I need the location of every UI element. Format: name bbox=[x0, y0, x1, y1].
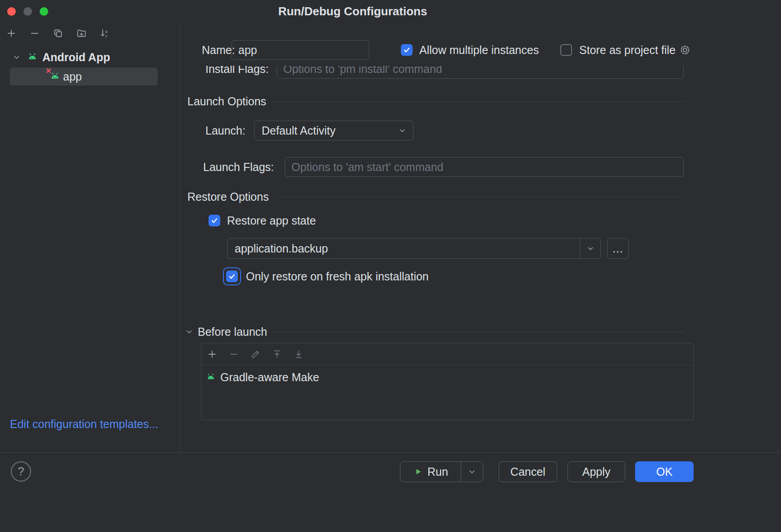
before-launch-panel: Gradle-aware Make bbox=[201, 343, 694, 420]
window-title: Run/Debug Configurations bbox=[0, 0, 705, 23]
configuration-form: Name: Allow multiple instances Store as … bbox=[181, 23, 781, 452]
before-launch-task-row[interactable]: Gradle-aware Make bbox=[201, 365, 693, 389]
cancel-button[interactable]: Cancel bbox=[499, 461, 557, 482]
section-rule bbox=[273, 101, 684, 102]
collapse-chevron-icon[interactable] bbox=[184, 327, 194, 337]
move-task-down-icon[interactable] bbox=[293, 349, 304, 360]
edit-configuration-templates-link[interactable]: Edit configuration templates... bbox=[10, 418, 158, 431]
run-button-label: Run bbox=[427, 465, 448, 478]
remove-task-icon[interactable] bbox=[228, 349, 239, 360]
launch-options-title: Launch Options bbox=[187, 95, 266, 108]
before-launch-section-header: Before launch bbox=[184, 321, 684, 342]
move-task-up-icon[interactable] bbox=[272, 349, 282, 360]
install-flags-input[interactable] bbox=[277, 66, 684, 79]
remove-configuration-icon[interactable] bbox=[29, 28, 40, 39]
backup-file-row: application.backup ... bbox=[181, 238, 781, 259]
configurations-sidebar: a z Android App ✕ bbox=[0, 23, 180, 452]
new-folder-icon[interactable] bbox=[76, 28, 87, 39]
edit-task-icon[interactable] bbox=[250, 349, 261, 360]
run-button[interactable]: Run bbox=[400, 462, 461, 482]
sort-alphabetically-icon[interactable]: a z bbox=[100, 28, 110, 39]
restore-options-section-header: Restore Options bbox=[187, 186, 684, 207]
chevron-down-icon bbox=[391, 126, 413, 135]
launch-row: Launch: Default Activity bbox=[181, 121, 781, 140]
allow-multiple-instances-checkbox[interactable] bbox=[401, 44, 413, 56]
launch-options-section-header: Launch Options bbox=[187, 91, 684, 112]
ok-button[interactable]: OK bbox=[635, 461, 694, 482]
fresh-apk-row: Only restore on fresh apk installation bbox=[181, 266, 781, 287]
before-launch-task-label: Gradle-aware Make bbox=[220, 371, 319, 384]
only-restore-fresh-apk-checkbox[interactable] bbox=[226, 271, 238, 282]
restore-options-title: Restore Options bbox=[187, 190, 269, 203]
name-label: Name: bbox=[202, 40, 235, 60]
add-configuration-icon[interactable] bbox=[6, 28, 17, 39]
focus-ring bbox=[223, 267, 241, 285]
add-task-icon[interactable] bbox=[207, 349, 218, 360]
store-as-project-file-checkbox[interactable] bbox=[560, 44, 572, 56]
error-badge-icon: ✕ bbox=[45, 68, 51, 75]
play-icon bbox=[413, 467, 423, 477]
only-restore-fresh-apk-label: Only restore on fresh apk installation bbox=[246, 266, 429, 287]
scroll-clipped-region: Install Flags: bbox=[181, 66, 781, 79]
title-bar: Run/Debug Configurations bbox=[0, 0, 781, 23]
before-launch-toolbar bbox=[201, 343, 693, 365]
tree-item-app-selected[interactable]: ✕ app bbox=[10, 68, 158, 86]
restore-app-state-row: Restore app state bbox=[181, 212, 781, 230]
restore-app-state-checkbox[interactable] bbox=[209, 215, 220, 226]
store-as-project-file-label: Store as project file bbox=[579, 40, 676, 60]
sidebar-toolbar: a z bbox=[6, 28, 110, 39]
browse-button[interactable]: ... bbox=[607, 238, 629, 259]
apply-button[interactable]: Apply bbox=[568, 461, 625, 482]
tree-item-label: app bbox=[63, 70, 82, 83]
android-icon bbox=[27, 52, 38, 63]
run-options-chevron[interactable] bbox=[461, 462, 483, 482]
backup-file-combobox[interactable]: application.backup bbox=[227, 238, 601, 259]
chevron-down-icon[interactable] bbox=[12, 52, 22, 62]
run-split-button: Run bbox=[400, 461, 483, 482]
help-button[interactable]: ? bbox=[11, 461, 31, 482]
svg-text:z: z bbox=[105, 33, 108, 38]
launch-flags-label: Launch Flags: bbox=[203, 157, 274, 177]
gear-icon[interactable] bbox=[679, 44, 691, 56]
android-config-icon: ✕ bbox=[50, 71, 60, 82]
dialog-footer: ? Run Cancel Apply OK bbox=[0, 453, 781, 532]
backup-file-value: application.backup bbox=[227, 239, 580, 258]
install-flags-label: Install Flags: bbox=[205, 66, 268, 79]
section-rule bbox=[274, 332, 684, 332]
launch-flags-row: Launch Flags: bbox=[181, 157, 781, 177]
tree-group-android-app[interactable]: Android App bbox=[0, 48, 180, 66]
name-row: Name: Allow multiple instances Store as … bbox=[181, 40, 781, 60]
combobox-chevron-button[interactable] bbox=[580, 239, 600, 258]
restore-app-state-label: Restore app state bbox=[227, 212, 316, 230]
copy-configuration-icon[interactable] bbox=[53, 28, 64, 39]
section-rule bbox=[276, 197, 684, 197]
before-launch-title: Before launch bbox=[198, 325, 267, 338]
android-icon bbox=[206, 372, 216, 382]
allow-multiple-instances-label: Allow multiple instances bbox=[419, 40, 539, 60]
launch-dropdown-value: Default Activity bbox=[254, 124, 391, 137]
launch-label: Launch: bbox=[205, 121, 245, 140]
name-input[interactable] bbox=[232, 40, 369, 60]
launch-dropdown[interactable]: Default Activity bbox=[254, 121, 413, 140]
launch-flags-input[interactable] bbox=[285, 157, 684, 177]
tree-group-label: Android App bbox=[42, 51, 110, 64]
